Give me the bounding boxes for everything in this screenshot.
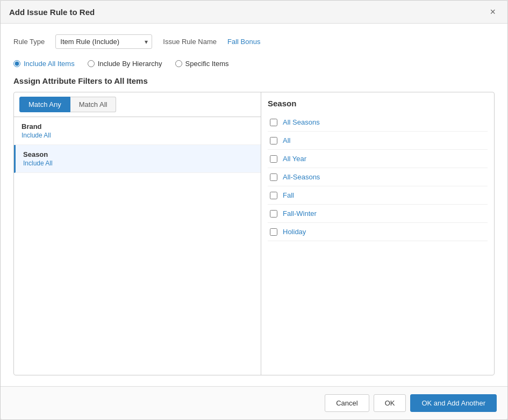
- filter-item-season-sub: Include All: [23, 160, 253, 167]
- filter-left-panel: Match Any Match All Brand Include All Se…: [14, 92, 261, 375]
- checkbox-fall-winter[interactable]: Fall-Winter: [268, 205, 488, 223]
- checkbox-all-seasons[interactable]: All Seasons: [268, 113, 488, 132]
- issue-rule-name-label: Issue Rule Name: [163, 38, 217, 46]
- filter-item-brand-name: Brand: [22, 122, 253, 131]
- match-all-tab[interactable]: Match All: [70, 97, 117, 112]
- dialog-footer: Cancel OK OK and Add Another: [1, 386, 507, 419]
- checkbox-all-seasons-hyphen-label: All-Seasons: [283, 173, 320, 181]
- rule-type-select[interactable]: Item Rule (Include) Item Rule (Exclude): [55, 34, 152, 49]
- filter-right-panel: Season All Seasons All All Year: [261, 92, 494, 375]
- section-title: Assign Attribute Filters to All Items: [13, 76, 495, 85]
- dialog-title: Add Issue Rule to Red: [9, 8, 95, 17]
- rule-type-select-wrapper: Item Rule (Include) Item Rule (Exclude): [55, 34, 152, 49]
- cancel-button[interactable]: Cancel: [325, 394, 369, 412]
- match-any-tab[interactable]: Match Any: [19, 97, 70, 112]
- dialog-body: Rule Type Item Rule (Include) Item Rule …: [1, 24, 507, 386]
- dialog-header: Add Issue Rule to Red ×: [1, 1, 507, 24]
- checkbox-all-year-label: All Year: [283, 155, 306, 163]
- checkbox-fall-winter-label: Fall-Winter: [283, 209, 317, 218]
- season-panel-title: Season: [268, 99, 488, 108]
- checkbox-all-seasons-label: All Seasons: [283, 118, 320, 126]
- match-tabs: Match Any Match All: [14, 92, 261, 117]
- checkbox-holiday-label: Holiday: [283, 228, 306, 236]
- checkbox-all-seasons-hyphen[interactable]: All-Seasons: [268, 168, 488, 186]
- include-options-group: Include All Items Include By Hierarchy S…: [13, 60, 495, 68]
- issue-rule-name-value: Fall Bonus: [227, 38, 260, 46]
- season-checkbox-list: All Seasons All All Year All-Seasons: [268, 113, 488, 375]
- checkbox-holiday[interactable]: Holiday: [268, 223, 488, 241]
- close-button[interactable]: ×: [486, 6, 499, 18]
- radio-include-by-hierarchy-label: Include By Hierarchy: [98, 60, 162, 68]
- filter-item-brand-sub: Include All: [22, 132, 253, 139]
- ok-button[interactable]: OK: [374, 394, 406, 412]
- filter-item-season[interactable]: Season Include All: [14, 145, 261, 173]
- rule-type-label: Rule Type: [13, 38, 45, 46]
- radio-include-all-items[interactable]: Include All Items: [13, 60, 75, 68]
- radio-specific-items-label: Specific Items: [185, 60, 229, 68]
- radio-include-by-hierarchy[interactable]: Include By Hierarchy: [88, 60, 162, 68]
- checkbox-all[interactable]: All: [268, 132, 488, 150]
- filter-items-list: Brand Include All Season Include All: [14, 117, 261, 375]
- checkbox-all-label: All: [283, 136, 290, 144]
- ok-add-another-button[interactable]: OK and Add Another: [410, 394, 497, 412]
- radio-specific-items[interactable]: Specific Items: [175, 60, 229, 68]
- checkbox-fall-label: Fall: [283, 191, 294, 199]
- rule-type-row: Rule Type Item Rule (Include) Item Rule …: [13, 34, 495, 49]
- radio-include-all-items-label: Include All Items: [24, 60, 75, 68]
- filter-container: Match Any Match All Brand Include All Se…: [13, 92, 495, 375]
- filter-item-season-name: Season: [23, 150, 253, 158]
- checkbox-fall[interactable]: Fall: [268, 186, 488, 205]
- add-issue-rule-dialog: Add Issue Rule to Red × Rule Type Item R…: [0, 0, 508, 420]
- checkbox-all-year[interactable]: All Year: [268, 150, 488, 168]
- filter-item-brand[interactable]: Brand Include All: [14, 117, 261, 145]
